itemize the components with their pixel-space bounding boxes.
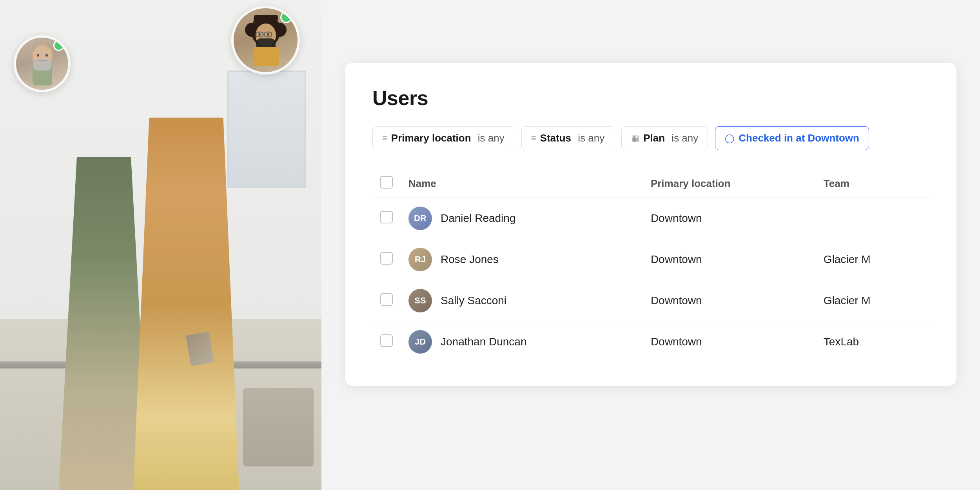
row-0-avatar: DR [408, 207, 432, 230]
row-2-name: Sally Sacconi [441, 294, 506, 307]
row-1-checkbox-cell [372, 239, 401, 280]
filter-plan-label-normal: is any [669, 132, 698, 144]
row-1-name: Rose Jones [441, 253, 499, 266]
row-0-checkbox-cell [372, 198, 401, 239]
row-1-team: Glacier M [816, 239, 929, 280]
table-header-primary-location: Primary location [643, 170, 816, 198]
svg-point-3 [37, 54, 39, 56]
select-all-checkbox[interactable] [380, 176, 393, 189]
avatar-1-online-indicator [53, 40, 64, 51]
row-3-name: Jonathan Duncan [441, 336, 527, 348]
filter-status-label-normal: is any [575, 132, 604, 144]
svg-point-17 [267, 33, 269, 36]
table-row: JDJonathan DuncanDowntownTexLab [372, 321, 929, 363]
filter-bar: ≡ Primary location is any ≡ Status is an… [372, 126, 929, 150]
table-row: DRDaniel ReadingDowntown [372, 198, 929, 239]
row-0-name-cell: DRDaniel Reading [401, 198, 643, 239]
row-1-location: Downtown [643, 239, 816, 280]
filter-plan[interactable]: ▦ Plan is any [621, 126, 708, 150]
row-2-location: Downtown [643, 280, 816, 321]
row-2-checkbox[interactable] [380, 293, 393, 306]
svg-point-16 [258, 33, 260, 36]
background-furniture [243, 388, 314, 466]
avatar-bubble-2 [231, 6, 300, 74]
page-title: Users [372, 86, 929, 110]
avatar-bubble-1 [14, 35, 71, 92]
users-card: Users ≡ Primary location is any ≡ Status… [345, 63, 956, 386]
row-2-team: Glacier M [816, 280, 929, 321]
table-row: SSSally SacconiDowntownGlacier M [372, 280, 929, 321]
row-0-checkbox[interactable] [380, 211, 393, 223]
filter-icon-plan: ▦ [631, 133, 639, 143]
row-2-checkbox-cell [372, 280, 401, 321]
background-window [227, 71, 306, 188]
table-header-name: Name [401, 170, 643, 198]
row-2-avatar: SS [408, 289, 432, 312]
row-1-name-cell: RJRose Jones [401, 239, 643, 280]
users-table: Name Primary location Team DRDaniel Read… [372, 170, 929, 362]
filter-status-label-bold: Status [540, 132, 571, 144]
hero-image-panel [0, 0, 321, 490]
filter-checked-in-label-bold: Checked in at Downtown [739, 132, 859, 144]
row-3-checkbox-cell [372, 321, 401, 363]
row-1-avatar: RJ [408, 248, 432, 271]
row-1-checkbox[interactable] [380, 252, 393, 265]
filter-status[interactable]: ≡ Status is any [521, 126, 614, 150]
row-2-name-cell: SSSally Sacconi [401, 280, 643, 321]
person-right-silhouette [133, 118, 239, 490]
table-header-team: Team [816, 170, 929, 198]
row-3-team: TexLab [816, 321, 929, 363]
row-0-name: Daniel Reading [441, 212, 515, 225]
filter-primary-location[interactable]: ≡ Primary location is any [372, 126, 514, 150]
row-0-team [816, 198, 929, 239]
table-header-select [372, 170, 401, 198]
svg-point-4 [45, 54, 48, 56]
filter-icon-checked-in: ◯ [725, 133, 735, 143]
filter-primary-location-label-normal: is any [475, 132, 505, 144]
row-3-avatar: JD [408, 330, 432, 354]
avatar-2-online-indicator [280, 11, 292, 23]
filter-icon-status: ≡ [531, 133, 536, 143]
table-row: RJRose JonesDowntownGlacier M [372, 239, 929, 280]
filter-icon-primary-location: ≡ [382, 133, 387, 143]
row-0-location: Downtown [643, 198, 816, 239]
right-panel: Users ≡ Primary location is any ≡ Status… [321, 0, 980, 490]
filter-primary-location-label-bold: Primary location [391, 132, 471, 144]
row-3-name-cell: JDJonathan Duncan [401, 321, 643, 363]
table-header-row: Name Primary location Team [372, 170, 929, 198]
svg-rect-19 [253, 47, 279, 66]
row-3-checkbox[interactable] [380, 334, 393, 347]
row-3-location: Downtown [643, 321, 816, 363]
filter-checked-in[interactable]: ◯ Checked in at Downtown [715, 126, 869, 150]
filter-plan-label-bold: Plan [643, 132, 665, 144]
